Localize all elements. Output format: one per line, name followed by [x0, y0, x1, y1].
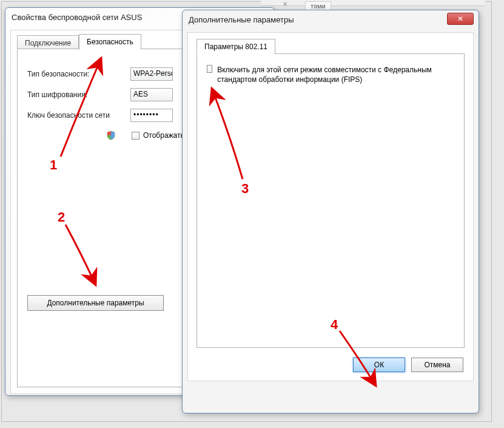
- shield-icon: [106, 131, 116, 140]
- combo-security-type[interactable]: WPA2-Personal: [130, 67, 173, 81]
- advanced-settings-button[interactable]: Дополнительные параметры: [27, 295, 164, 311]
- tab-security[interactable]: Безопасность: [79, 34, 141, 50]
- checkbox-fips[interactable]: [207, 65, 212, 73]
- dialog2-titlebar[interactable]: Дополнительные параметры ✕: [183, 10, 479, 30]
- dialog2-tabstrip: Параметры 802.11: [197, 39, 275, 55]
- dialog2-button-row: ОК Отмена: [353, 358, 463, 372]
- annotation-1: 1: [50, 157, 57, 173]
- background-close-icon: ✕: [273, 1, 297, 5]
- label-network-key: Ключ безопасности сети: [27, 111, 130, 120]
- background-tab-fragment: тями: [305, 1, 331, 10]
- dialog2-tabbody: Включить для этой сети режим совместимос…: [197, 53, 465, 348]
- tab-80211[interactable]: Параметры 802.11: [197, 39, 275, 55]
- dialog1-title: Свойства беспроводной сети ASUS: [12, 13, 142, 22]
- row-fips: Включить для этой сети режим совместимос…: [207, 65, 454, 84]
- dialog2-title: Дополнительные параметры: [189, 15, 294, 24]
- combo-encryption[interactable]: AES: [130, 88, 173, 101]
- checkbox-show-chars[interactable]: [132, 132, 139, 140]
- label-fips: Включить для этой сети режим совместимос…: [217, 65, 454, 84]
- dialog1-tabstrip: ПодключениеБезопасность: [17, 34, 141, 50]
- advanced-params-dialog: Дополнительные параметры ✕ Параметры 802…: [182, 10, 479, 413]
- input-network-key[interactable]: ••••••••: [130, 109, 173, 122]
- annotation-4: 4: [331, 317, 338, 333]
- annotation-3: 3: [241, 181, 249, 197]
- close-button[interactable]: ✕: [447, 13, 474, 25]
- label-encryption: Тип шифрования:: [27, 90, 130, 99]
- ok-button[interactable]: ОК: [353, 358, 405, 372]
- cancel-button[interactable]: Отмена: [411, 358, 463, 372]
- close-icon: ✕: [457, 15, 463, 23]
- annotation-2: 2: [58, 209, 65, 225]
- label-security-type: Тип безопасности:: [27, 70, 130, 78]
